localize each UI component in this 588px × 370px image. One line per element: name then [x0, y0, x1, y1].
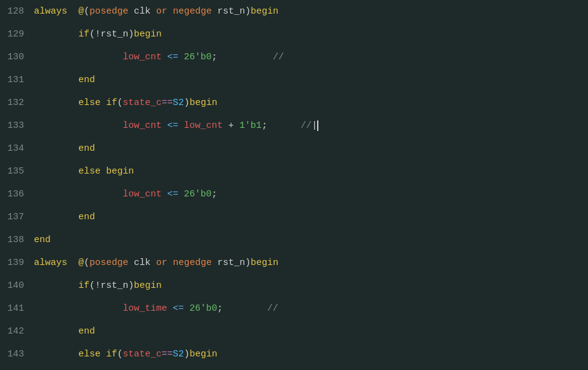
token: ;: [212, 52, 273, 62]
token: clk: [128, 258, 156, 268]
token: [101, 98, 106, 108]
token: if: [34, 29, 89, 40]
token: else: [34, 166, 101, 177]
code-line: 134 end: [0, 137, 588, 160]
token: ): [184, 349, 189, 359]
line-number: 133: [0, 114, 34, 137]
token: ;: [217, 303, 267, 314]
token: begin: [134, 29, 162, 40]
token: (: [117, 98, 123, 108]
token: begin: [189, 349, 217, 359]
token: (: [84, 6, 89, 17]
line-content: low_cnt <= 26'b0; //: [34, 46, 588, 69]
token: 26': [184, 189, 201, 200]
code-line: 129 if(!rst_n)begin: [0, 23, 588, 46]
token: ==: [162, 349, 173, 359]
line-content: else begin: [34, 160, 588, 183]
line-number: 143: [0, 343, 34, 366]
line-content: low_cnt <= low_cnt + 1'b1; //|: [34, 114, 588, 137]
token: <=: [162, 189, 184, 200]
line-number: 128: [0, 0, 34, 23]
code-line: 141 low_time <= 26'b0; //: [0, 297, 588, 320]
token: or: [156, 6, 167, 17]
token: end: [34, 212, 95, 222]
token: if: [106, 349, 117, 359]
token: rst_n: [212, 258, 245, 268]
code-line: 137 end: [0, 206, 588, 229]
token: rst_n: [212, 6, 245, 17]
token: state_c: [123, 98, 162, 108]
token: ): [128, 29, 134, 40]
token: 26': [189, 303, 206, 314]
line-number: 142: [0, 320, 34, 343]
token: <=: [162, 52, 184, 62]
line-content: if(!rst_n)begin: [34, 274, 588, 297]
token: else: [34, 349, 101, 359]
token: S2: [173, 98, 184, 108]
code-line: 142 end: [0, 320, 588, 343]
token: <=: [162, 120, 184, 131]
token: <=: [167, 303, 189, 314]
line-number: 141: [0, 297, 34, 320]
line-number: 134: [0, 137, 34, 160]
line-number: 137: [0, 206, 34, 229]
line-content: else if(state_c==S2)begin: [34, 343, 588, 366]
line-content: end: [34, 320, 588, 343]
line-content: always @(posedge clk or negedge rst_n)be…: [34, 0, 588, 23]
line-number: 131: [0, 69, 34, 91]
token: +: [223, 120, 239, 131]
code-line: 143 else if(state_c==S2)begin: [0, 343, 588, 366]
token: S2: [173, 349, 184, 359]
line-number: 135: [0, 160, 34, 183]
line-content: end: [34, 137, 588, 160]
token: state_c: [123, 349, 162, 359]
line-content: low_cnt <= 26'b0;: [34, 183, 588, 206]
token: ;: [212, 189, 217, 200]
line-number: 139: [0, 251, 34, 274]
token: 1': [239, 120, 251, 131]
code-line: 136 low_cnt <= 26'b0;: [0, 183, 588, 206]
token: end: [34, 75, 95, 85]
token: b1: [251, 120, 262, 131]
token: low_cnt: [184, 120, 223, 131]
code-line: 130 low_cnt <= 26'b0; //: [0, 46, 588, 69]
line-number: 132: [0, 91, 34, 114]
token: @: [78, 6, 84, 17]
token: [167, 258, 173, 268]
token: begin: [251, 6, 278, 17]
token: [67, 6, 78, 17]
token: [101, 166, 106, 177]
token: negedge: [173, 258, 212, 268]
token: begin: [251, 258, 278, 268]
token: rst_n: [101, 280, 128, 291]
line-number: 140: [0, 274, 34, 297]
token: ): [128, 280, 134, 291]
token: end: [34, 143, 95, 154]
token: (: [117, 349, 123, 359]
token: always: [34, 6, 67, 17]
token: if: [34, 280, 89, 291]
token: |: [312, 120, 318, 131]
token: //: [267, 303, 278, 314]
token: ): [245, 6, 251, 17]
token: ;: [262, 120, 300, 131]
token: posedge: [89, 258, 128, 268]
token: low_cnt: [34, 52, 162, 62]
code-line: 135 else begin: [0, 160, 588, 183]
token: negedge: [173, 6, 212, 17]
line-content: if(!rst_n)begin: [34, 23, 588, 46]
line-content: end: [34, 206, 588, 229]
token: always: [34, 258, 67, 268]
code-line: 140 if(!rst_n)begin: [0, 274, 588, 297]
token: begin: [189, 98, 217, 108]
token: ): [245, 258, 251, 268]
token: rst_n: [101, 29, 128, 40]
token: low_time: [34, 303, 167, 314]
token: ==: [162, 98, 173, 108]
token: @: [78, 258, 84, 268]
token: end: [34, 235, 51, 245]
token: else: [34, 98, 101, 108]
code-line: 132 else if(state_c==S2)begin: [0, 91, 588, 114]
code-editor: 128always @(posedge clk or negedge rst_n…: [0, 0, 588, 370]
line-number: 136: [0, 183, 34, 206]
